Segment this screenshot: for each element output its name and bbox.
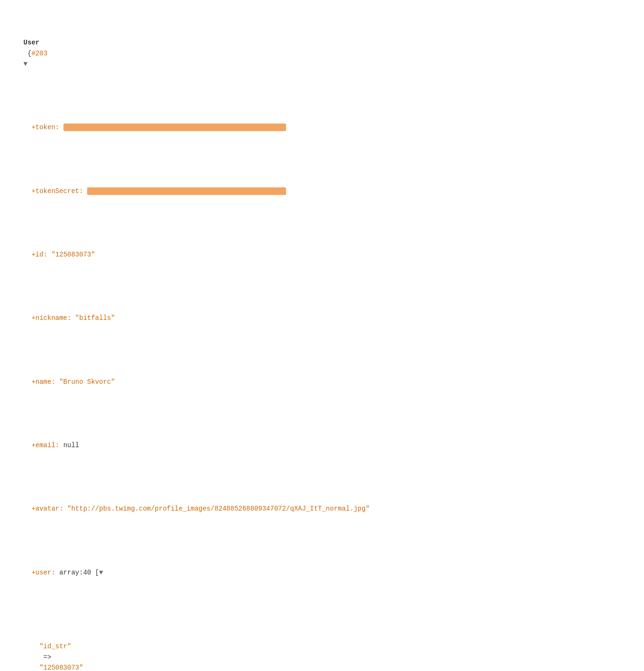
token-secret-key: +tokenSecret: <box>31 187 87 195</box>
avatar-line: +avatar: "http://pbs.twimg.com/profile_i… <box>8 493 636 525</box>
id-str-key: "id_str" <box>39 643 71 650</box>
name-value: "Bruno Skvorc" <box>59 378 115 386</box>
arrow: => <box>39 653 55 661</box>
name-line: +name: "Bruno Skvorc" <box>8 366 636 397</box>
token-key: +token: <box>31 124 63 131</box>
user-array-line: +user: array:40 [▼ <box>8 556 636 588</box>
token-secret-value-redacted <box>87 187 286 195</box>
nickname-value: "bitfalls" <box>75 314 115 322</box>
email-key: +email: <box>31 441 63 449</box>
id-key: +id: <box>31 251 51 258</box>
id-str-line: "id_str" => "125083073" <box>8 631 636 671</box>
id-str-value: "125083073" <box>39 664 83 671</box>
user-collapse-icon[interactable]: ▼ <box>99 569 103 576</box>
class-label: User <box>24 39 40 46</box>
id-value: "125083073" <box>51 251 95 258</box>
token-line: +token: <box>8 112 636 143</box>
token-secret-line: +tokenSecret: <box>8 175 636 207</box>
avatar-key: +avatar: <box>31 505 67 512</box>
user-key: +user: <box>31 569 59 576</box>
object-id: #203 <box>31 50 47 57</box>
id-line: +id: "125083073" <box>8 239 636 271</box>
avatar-value: "http://pbs.twimg.com/profile_images/824… <box>67 505 370 512</box>
user-array-label: array:40 [ <box>59 569 99 576</box>
header-line: User {#203 ▼ <box>8 27 636 80</box>
code-output: User {#203 ▼ +token: +tokenSecret: +id: … <box>8 6 636 671</box>
brace-open: { <box>24 50 32 57</box>
email-value: null <box>63 441 80 449</box>
nickname-line: +nickname: "bitfalls" <box>8 302 636 334</box>
email-line: +email: null <box>8 430 636 461</box>
nickname-key: +nickname: <box>31 314 75 322</box>
token-value-redacted <box>63 124 286 131</box>
name-key: +name: <box>31 378 59 386</box>
collapse-icon[interactable]: ▼ <box>24 60 27 68</box>
